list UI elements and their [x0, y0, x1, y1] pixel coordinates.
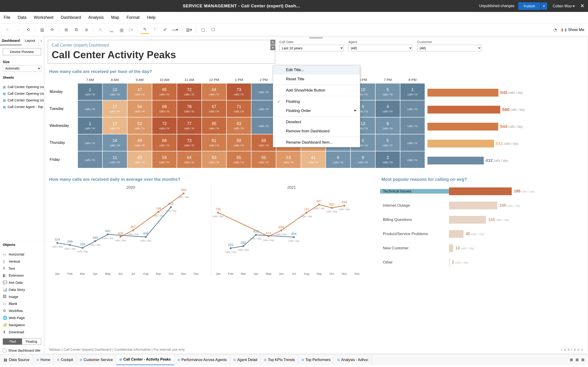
highlight-icon[interactable]: ✎ [141, 26, 149, 34]
context-menu: Edit Title... Reset Title Add Show/Hide … [273, 65, 360, 147]
svg-text:calls / day: calls / day [64, 247, 76, 250]
duplicate-icon[interactable]: ⧉ [72, 26, 80, 34]
user-menu[interactable]: Colten Woo ▾ [553, 4, 575, 8]
sheet-tab[interactable]: ⊞Top KPIs Trends [261, 354, 298, 365]
new-tab-icon[interactable]: ⊞ [570, 358, 573, 362]
labels-icon[interactable]: T [151, 26, 159, 34]
menu-data[interactable]: Data [18, 15, 26, 20]
dropdown-icon[interactable]: ▼ [270, 45, 275, 50]
menu-format[interactable]: Format [127, 15, 140, 20]
object-item[interactable]: 🌐Web Page [0, 314, 44, 321]
sheet-tab[interactable]: ⊞Call Center - Activity Peaks [116, 354, 174, 365]
tiled-button[interactable]: Tiled [3, 339, 22, 344]
close-icon[interactable]: ✕ [580, 3, 584, 9]
menu-item[interactable]: ✓Floating [273, 97, 360, 106]
undo-icon[interactable]: ← [4, 26, 12, 34]
customer-label: Customer [417, 40, 481, 44]
object-icon: A [3, 266, 7, 270]
menu-item[interactable]: Reset Title [273, 75, 360, 84]
menu-dashboard[interactable]: Dashboard [61, 15, 81, 20]
sheet-tab[interactable]: ⊞Performance Across Agents [174, 354, 230, 365]
swap-icon[interactable]: ⇅ [96, 26, 104, 34]
svg-text:Jun: Jun [279, 272, 284, 275]
close-icon[interactable]: ✕ [270, 40, 275, 45]
object-item[interactable]: ▯Vertical [0, 258, 44, 265]
sheet-item[interactable]: ▦Call Center Opening Usa... [0, 83, 44, 90]
svg-point-35 [217, 212, 219, 214]
format-icon[interactable]: ✐ [161, 26, 169, 34]
menu-item[interactable]: Add Show/Hide Button [273, 86, 360, 95]
svg-text:Aug: Aug [143, 272, 148, 275]
call-date-select[interactable]: Last 10 years [279, 45, 344, 51]
agent-select[interactable]: (All) [348, 45, 413, 51]
show-title-checkbox[interactable]: Show dashboard title [0, 347, 44, 354]
publish-dropdown[interactable]: ▾ [541, 2, 547, 10]
redo-icon[interactable]: → [14, 26, 22, 34]
show-me-button[interactable]: ▮▮Show Me [561, 27, 584, 32]
object-item[interactable]: 📊Data Story [0, 286, 44, 293]
floating-button[interactable]: Floating [22, 339, 41, 344]
new-data-icon[interactable]: ▥ [38, 26, 46, 34]
menu-item[interactable]: Remove from Dashboard [273, 127, 360, 136]
cards-icon[interactable]: ▥▾ [185, 26, 193, 34]
tab-icon: ⊞ [80, 358, 82, 361]
sort-desc-icon[interactable]: ↓▆ [116, 26, 125, 34]
refresh-data-icon[interactable]: ⟳ [48, 26, 56, 34]
object-item[interactable]: ▭Horizontal [0, 251, 44, 258]
menu-analysis[interactable]: Analysis [88, 15, 104, 20]
reason-row: New Customer 13 calls / day [380, 241, 584, 255]
object-item[interactable]: 💬Ask Data [0, 279, 44, 286]
object-item[interactable]: ⬇Download [0, 328, 44, 336]
device-preview-button[interactable]: Device Preview [3, 48, 41, 55]
tab-layout[interactable]: Layout [22, 36, 38, 45]
svg-text:calls / day: calls / day [140, 239, 151, 242]
sheet-item[interactable]: ▦Call Center Agent - Top a... [0, 103, 44, 110]
menu-item[interactable]: Floating Order▶ [273, 106, 360, 115]
clear-icon[interactable]: ⊘ [82, 26, 90, 34]
svg-text:Mar: Mar [80, 272, 85, 275]
title-panel[interactable]: ✕ ▼ Call Center (expert) Dashboard Call … [48, 40, 275, 64]
sort-asc-icon[interactable]: ↓▂ [106, 26, 115, 34]
object-item[interactable]: ◻Blank [0, 300, 44, 307]
menu-worksheet[interactable]: Worksheet [34, 15, 53, 20]
menu-item[interactable]: Rename Dashboard Item... [273, 138, 360, 147]
drag-handle[interactable] [309, 37, 323, 39]
object-item[interactable]: AText [0, 265, 44, 272]
sheet-tab[interactable]: ⊞Top Performers [298, 354, 334, 365]
sheet-item[interactable]: ▦Call Center Opening Usa... [0, 97, 44, 103]
revert-icon[interactable]: ⟲ [24, 26, 32, 34]
new-dashboard-icon[interactable]: ⊞ [576, 358, 579, 362]
object-item[interactable]: 🧭Navigation [0, 321, 44, 328]
device-icon[interactable]: 🖵 [209, 26, 217, 34]
sheet-tab[interactable]: ⊞Agent Detail [230, 354, 261, 365]
menu-item[interactable]: Edit Title... [273, 65, 360, 75]
svg-text:298: 298 [67, 240, 73, 243]
sheet-item[interactable]: ▦Call Center Opening Usa... [0, 90, 44, 97]
sheet-tab[interactable]: ⊞Cockpit [54, 354, 77, 365]
sheet-tab[interactable]: ⊞Customer Service [77, 354, 116, 365]
publish-button[interactable]: Publish [518, 2, 540, 10]
tab-dashboard[interactable]: Dashboard [0, 36, 22, 45]
svg-text:calls / day: calls / day [128, 233, 139, 235]
size-select[interactable]: Automatic [3, 65, 41, 72]
fit-icon[interactable]: ▭▾ [171, 26, 179, 34]
sheet-tab[interactable]: ⊞Analysis - Adhoc [334, 354, 372, 365]
menu-file[interactable]: File [4, 15, 10, 20]
new-story-icon[interactable]: ⊞ [581, 358, 584, 362]
data-source-tab[interactable]: ▤Data Source [0, 354, 33, 365]
guide-icon[interactable]: ◔ [551, 26, 559, 34]
presentation-icon[interactable]: ▢ [199, 26, 207, 34]
object-icon: ◻ [3, 301, 7, 306]
object-item[interactable]: 🖼Image [0, 293, 44, 300]
object-item[interactable]: ⚙Workflow [0, 307, 44, 314]
new-sheet-icon[interactable]: ⊞ [62, 26, 70, 34]
svg-text:calls / day: calls / day [178, 196, 189, 198]
menu-help[interactable]: Help [147, 15, 156, 20]
menu-map[interactable]: Map [111, 15, 119, 20]
totals-icon[interactable]: Σ▾ [127, 26, 135, 34]
object-item[interactable]: ◧Extension [0, 272, 44, 279]
collapse-icon[interactable]: ‹ [38, 36, 44, 45]
menu-item[interactable]: Deselect [273, 117, 360, 127]
customer-select[interactable]: (All) [417, 45, 481, 51]
sheet-tab[interactable]: ⊞Home [33, 354, 54, 365]
